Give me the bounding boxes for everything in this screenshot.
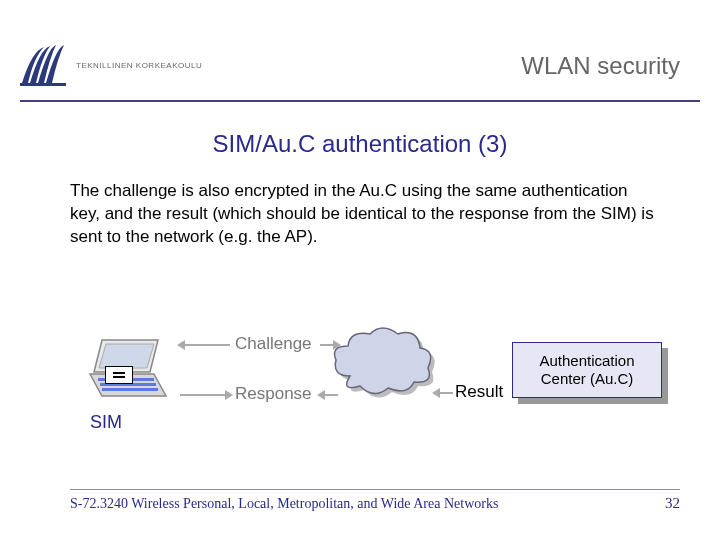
body-paragraph: The challenge is also encrypted in the A… [70,180,660,249]
logo-mark-icon [20,43,68,87]
arrow-result-left [435,392,453,394]
auc-line2: Center (Au.C) [541,370,634,388]
auc-box: Authentication Center (Au.C) [512,342,662,398]
result-label: Result [455,382,503,402]
course-code: S-72.3240 Wireless Personal, Local, Metr… [70,496,498,512]
footer-divider [70,489,680,490]
network-cloud-icon [330,326,440,406]
arrow-response-right [180,394,230,396]
svg-rect-0 [20,83,66,86]
sim-chip-icon [105,366,133,384]
org-name: TEKNILLINEN KORKEAKOULU [76,61,202,70]
page-number: 32 [665,495,680,512]
svg-marker-2 [99,344,154,368]
org-logo: TEKNILLINEN KORKEAKOULU [20,40,230,90]
header: TEKNILLINEN KORKEAKOULU WLAN security [20,40,700,100]
header-title: WLAN security [521,52,680,80]
footer: S-72.3240 Wireless Personal, Local, Metr… [70,495,680,512]
challenge-label: Challenge [235,334,312,354]
auth-diagram: SIM Challenge Response Result Authentica… [60,320,660,460]
arrow-challenge-left [180,344,230,346]
response-label: Response [235,384,312,404]
sim-label: SIM [90,412,122,433]
svg-rect-6 [102,388,158,391]
header-divider [20,100,700,102]
auc-line1: Authentication [539,352,634,370]
slide-title: SIM/Au.C authentication (3) [0,130,720,158]
auc-front: Authentication Center (Au.C) [512,342,662,398]
